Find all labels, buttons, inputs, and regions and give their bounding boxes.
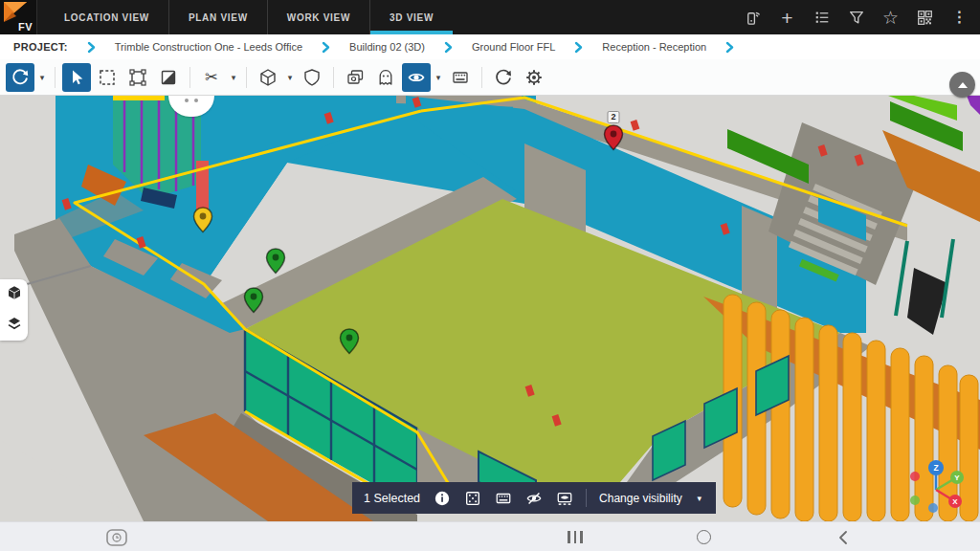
app-window: FV LOCATION VIEW PLAN VIEW WORK VIEW 3D …: [0, 0, 980, 551]
select-tool-button[interactable]: [62, 63, 91, 92]
polygon-select-button[interactable]: [123, 63, 152, 92]
model-toolbar: ▾ ✂ ▾ ▾ ▾: [0, 59, 980, 96]
section-shield-button[interactable]: [298, 63, 326, 92]
orbit-tool-button[interactable]: [6, 63, 34, 92]
task-list-icon[interactable]: [813, 9, 831, 27]
ghost-icon: [376, 68, 395, 87]
gear-icon: [524, 68, 544, 87]
3d-viewport[interactable]: 2: [0, 96, 980, 521]
favorite-icon[interactable]: ☆: [881, 9, 900, 27]
breadcrumb-item-floor[interactable]: Ground Floor FFL: [472, 41, 555, 53]
snapshots-icon: [345, 68, 365, 87]
change-visibility-button[interactable]: Change visibility: [599, 492, 682, 505]
measure-grid-button[interactable]: [446, 63, 475, 92]
add-icon[interactable]: +: [778, 9, 796, 27]
chevron-right-icon: [725, 41, 734, 54]
breadcrumb: PROJECT: Trimble Construction One - Leed…: [0, 34, 980, 60]
view-cube-button[interactable]: [254, 63, 282, 92]
tab-label: LOCATION VIEW: [64, 12, 149, 23]
tab-3d-view[interactable]: 3D VIEW: [369, 0, 453, 34]
hide-button[interactable]: [524, 489, 543, 507]
refresh-icon: [494, 68, 513, 87]
pin-green-3[interactable]: [339, 328, 360, 355]
clock-window-icon[interactable]: [101, 522, 132, 551]
axis-neg-y-dot: [910, 496, 920, 505]
tab-label: 3D VIEW: [390, 12, 434, 23]
back-button[interactable]: [831, 522, 856, 551]
home-button[interactable]: [691, 522, 716, 551]
measure-grid-button[interactable]: [494, 489, 512, 507]
contrast-button[interactable]: [154, 63, 183, 92]
orbit-caret-down-icon[interactable]: ▾: [35, 73, 49, 82]
snapshots-button[interactable]: [341, 63, 369, 92]
axis-z-label: Z: [933, 463, 938, 473]
toolbar-separator: [189, 67, 190, 88]
view-cube-caret-down-icon[interactable]: ▾: [283, 73, 297, 82]
tab-plan-view[interactable]: PLAN VIEW: [168, 0, 267, 34]
tab-work-view[interactable]: WORK VIEW: [267, 0, 369, 34]
breadcrumb-item-building[interactable]: Building 02 (3D): [349, 41, 425, 53]
axis-x-label: X: [952, 497, 958, 506]
pin-green-1[interactable]: [265, 248, 286, 275]
chevron-right-icon: [87, 41, 96, 54]
toolbar-separator: [246, 67, 247, 88]
app-logo[interactable]: FV: [0, 0, 37, 34]
toolbar-separator: [333, 67, 334, 88]
collapse-toolbar-button[interactable]: [949, 72, 975, 98]
contrast-icon: [159, 68, 178, 87]
breadcrumb-item-project[interactable]: Trimble Construction One - Leeds Office: [115, 41, 302, 53]
filter-icon[interactable]: [847, 9, 865, 27]
pin-green-2[interactable]: [243, 287, 264, 314]
tab-label: PLAN VIEW: [189, 12, 248, 23]
view-tabs: LOCATION VIEW PLAN VIEW WORK VIEW 3D VIE…: [45, 0, 453, 34]
axis-neg-z-dot: [928, 503, 938, 513]
overflow-menu-icon[interactable]: ⋮: [950, 9, 969, 27]
toolbar-separator: [55, 67, 56, 88]
android-nav-bar: [0, 521, 980, 551]
shield-icon: [302, 68, 322, 87]
visibility-caret-down-icon[interactable]: ▾: [432, 73, 445, 82]
selection-toolbar-divider: [586, 489, 587, 507]
breadcrumb-item-room[interactable]: Reception - Reception: [602, 41, 706, 53]
chevron-right-icon: [444, 41, 453, 54]
layers-button[interactable]: [7, 316, 22, 335]
top-bar: FV LOCATION VIEW PLAN VIEW WORK VIEW 3D …: [0, 0, 980, 34]
visibility-dropdown-caret-icon[interactable]: ▾: [695, 494, 704, 503]
model-side-panel: [0, 279, 28, 341]
info-button[interactable]: [433, 489, 451, 507]
axis-y-label: Y: [954, 474, 960, 482]
scissors-icon: ✂: [205, 70, 217, 85]
qr-scan-icon[interactable]: [916, 9, 934, 27]
pin-count-badge: 2: [607, 111, 619, 123]
show-only-button[interactable]: [555, 489, 573, 507]
pin-layer: 2: [0, 96, 980, 521]
recent-apps-button[interactable]: [561, 522, 590, 551]
breadcrumb-prefix: PROJECT:: [13, 41, 68, 53]
marquee-icon: [98, 68, 117, 87]
marquee-select-button[interactable]: [93, 63, 122, 92]
chevron-right-icon: [574, 41, 583, 54]
tab-label: WORK VIEW: [287, 12, 350, 23]
tab-location-view[interactable]: LOCATION VIEW: [45, 0, 168, 34]
chevron-up-icon: [958, 82, 968, 88]
ghost-mode-button[interactable]: [371, 63, 400, 92]
toolbar-separator: [481, 67, 482, 88]
pin-yellow[interactable]: [192, 207, 213, 233]
cursor-icon: [67, 68, 86, 87]
cut-caret-down-icon[interactable]: ▾: [227, 73, 240, 82]
model-cube-button[interactable]: [7, 285, 22, 304]
cut-tool-button[interactable]: ✂: [197, 63, 226, 92]
cube-icon: [258, 68, 278, 87]
isolate-button[interactable]: [463, 489, 481, 507]
orientation-gizmo[interactable]: Z Y X: [902, 457, 970, 518]
visibility-tool-button[interactable]: [402, 63, 431, 92]
polygon-select-icon: [128, 68, 147, 87]
scanner-device-icon[interactable]: [744, 9, 762, 27]
settings-button[interactable]: [520, 63, 548, 92]
pin-red[interactable]: 2: [603, 124, 624, 151]
refresh-button[interactable]: [489, 63, 518, 92]
selection-toolbar: 1 Selected Change visibility ▾: [352, 482, 716, 514]
axis-neg-x-dot: [910, 472, 920, 481]
selection-count: 1 Selected: [364, 492, 420, 505]
logo-text: FV: [18, 21, 33, 33]
